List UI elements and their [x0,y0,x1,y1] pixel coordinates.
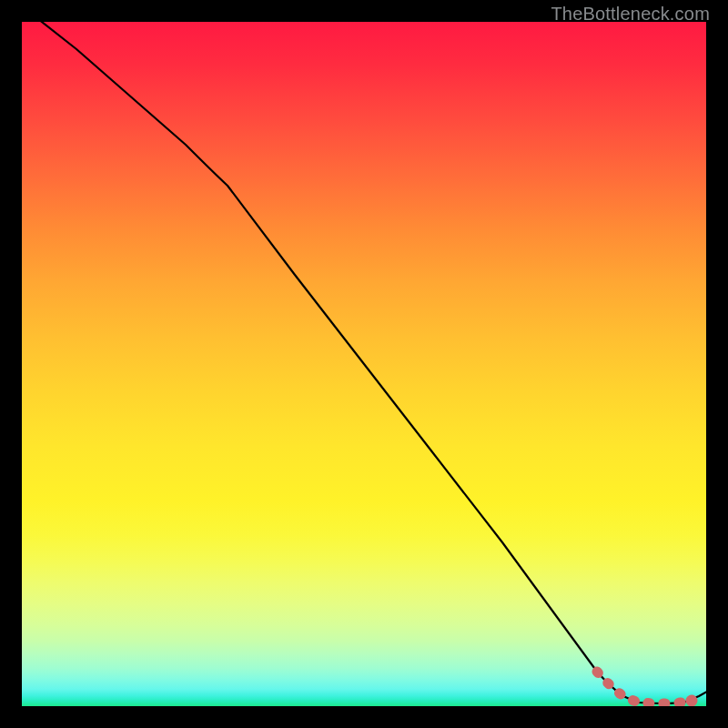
chart-frame: TheBottleneck.com [0,0,728,728]
watermark-text: TheBottleneck.com [551,4,710,25]
plot-area [22,22,706,706]
heat-gradient-background [22,22,706,706]
